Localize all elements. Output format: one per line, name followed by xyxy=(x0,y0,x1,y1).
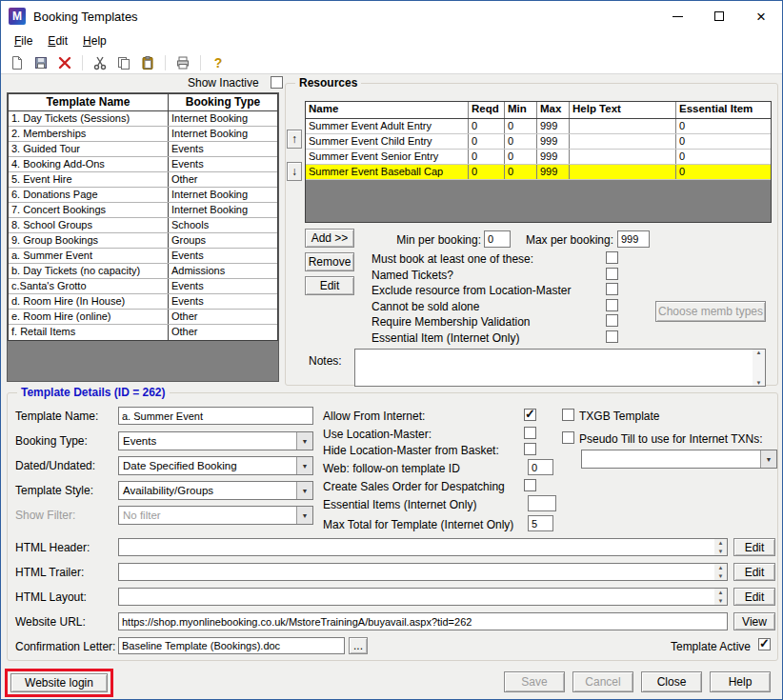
confirmation-letter-input[interactable] xyxy=(118,637,345,654)
scroll-up-icon[interactable]: ▲ xyxy=(753,350,765,355)
paste-button[interactable] xyxy=(137,52,158,72)
maximize-button[interactable] xyxy=(698,1,740,31)
pseudo-till-checkbox[interactable] xyxy=(562,431,574,444)
move-resource-down-button[interactable]: ↓ xyxy=(287,162,302,181)
use-location-master-checkbox[interactable] xyxy=(524,427,536,439)
resource-row[interactable]: Summer Event Child Entry009990 xyxy=(306,134,771,150)
menu-item-file[interactable]: File xyxy=(7,31,40,51)
template-row[interactable]: b. Day Tickets (no capacity)Admissions xyxy=(9,264,277,279)
template-row[interactable]: 7. Concert BookingsInternet Booking xyxy=(9,203,277,218)
template-row[interactable]: a. Summer EventEvents xyxy=(9,249,277,264)
template-row[interactable]: e. Room Hire (online)Other xyxy=(9,310,277,325)
resource-option-checkbox[interactable] xyxy=(606,268,618,280)
html-header-scrollbar[interactable]: ▲▼ xyxy=(714,539,727,555)
allow-from-internet-label: Allow From Internet: xyxy=(323,410,425,423)
print-button[interactable] xyxy=(172,52,193,72)
scroll-up-icon[interactable]: ▲ xyxy=(714,589,727,596)
resource-option-checkbox[interactable] xyxy=(606,283,618,295)
html-trailer-input[interactable] xyxy=(118,563,728,581)
create-sales-order-checkbox[interactable] xyxy=(524,479,536,491)
resources-table-header-cell[interactable]: Max xyxy=(537,102,570,118)
menu-item-edit[interactable]: Edit xyxy=(40,31,75,51)
cut-button[interactable] xyxy=(90,52,110,72)
html-trailer-edit-button[interactable]: Edit xyxy=(733,563,775,581)
minimize-button[interactable] xyxy=(656,1,698,31)
html-layout-input[interactable] xyxy=(118,588,728,606)
web-follow-on-input[interactable] xyxy=(528,459,553,475)
resource-option-checkbox[interactable] xyxy=(606,330,618,343)
resource-option-row: Named Tickets? xyxy=(371,268,623,283)
delete-button[interactable] xyxy=(54,52,75,72)
resource-option-checkbox[interactable] xyxy=(606,314,618,327)
notes-input[interactable]: ▲▼ xyxy=(354,349,766,387)
max-per-booking-input[interactable] xyxy=(617,230,650,248)
help-button-toolbar[interactable]: ? xyxy=(208,52,229,72)
template-name-input[interactable] xyxy=(118,407,313,425)
close-dialog-button[interactable]: Close xyxy=(641,671,702,692)
remove-resource-button[interactable]: Remove xyxy=(305,252,354,271)
txgb-template-checkbox[interactable] xyxy=(562,409,574,421)
max-total-input[interactable] xyxy=(528,515,553,531)
menu-item-help[interactable]: Help xyxy=(75,31,114,51)
scroll-down-icon[interactable]: ▼ xyxy=(753,380,765,386)
html-header-edit-button[interactable]: Edit xyxy=(733,538,775,556)
template-row[interactable]: 8. School GroupsSchools xyxy=(9,218,277,233)
copy-button[interactable] xyxy=(113,52,134,72)
template-row[interactable]: 1. Day Tickets (Sessions)Internet Bookin… xyxy=(9,111,277,127)
website-url-input[interactable] xyxy=(118,612,728,630)
help-button[interactable]: Help xyxy=(710,671,771,692)
resource-row[interactable]: Summer Event Adult Entry009990 xyxy=(306,119,771,134)
scroll-up-icon[interactable]: ▲ xyxy=(714,539,727,547)
website-url-view-button[interactable]: View xyxy=(733,612,775,630)
template-row[interactable]: f. Retail ItemsOther xyxy=(9,325,277,340)
template-style-select[interactable]: Availability/Groups ▼ xyxy=(118,481,313,500)
new-document-button[interactable] xyxy=(7,52,28,72)
template-row[interactable]: 2. MembershipsInternet Booking xyxy=(9,127,277,142)
allow-from-internet-checkbox[interactable] xyxy=(524,409,536,421)
template-row[interactable]: d. Room Hire (In House)Events xyxy=(9,294,277,310)
template-row[interactable]: c.Santa's GrottoEvents xyxy=(9,279,277,294)
essential-items-input[interactable] xyxy=(528,495,556,511)
resource-row[interactable]: Summer Event Senior Entry009990 xyxy=(306,150,771,165)
booking-type-cell: Admissions xyxy=(169,264,277,278)
template-row[interactable]: 5. Event HireOther xyxy=(9,172,277,188)
scroll-up-icon[interactable]: ▲ xyxy=(714,564,727,571)
add-resource-button[interactable]: Add >> xyxy=(305,229,354,248)
move-resource-up-button[interactable]: ↑ xyxy=(287,130,302,149)
scroll-down-icon[interactable]: ▼ xyxy=(714,572,727,580)
scroll-down-icon[interactable]: ▼ xyxy=(714,597,727,605)
template-table-header-cell[interactable]: Template Name xyxy=(9,94,169,110)
html-layout-scrollbar[interactable]: ▲▼ xyxy=(714,589,727,605)
template-active-checkbox[interactable] xyxy=(758,638,771,650)
template-row[interactable]: 6. Donations PageInternet Booking xyxy=(9,188,277,203)
booking-type-select[interactable]: Events ▼ xyxy=(118,431,313,450)
confirmation-letter-browse-button[interactable]: ... xyxy=(349,637,368,654)
resources-table-header-cell[interactable]: Help Text xyxy=(570,102,676,118)
scroll-down-icon[interactable]: ▼ xyxy=(714,548,727,555)
html-trailer-scrollbar[interactable]: ▲▼ xyxy=(714,564,727,580)
resources-table-header-cell[interactable]: Name xyxy=(306,102,469,118)
resources-table-header-cell[interactable]: Essential Item xyxy=(676,102,771,118)
hide-location-master-checkbox[interactable] xyxy=(524,443,536,455)
min-per-booking-input[interactable] xyxy=(484,230,511,248)
website-login-button[interactable]: Website login xyxy=(10,673,108,692)
pseudo-till-select[interactable]: ▼ xyxy=(581,450,777,469)
template-row[interactable]: 3. Guided TourEvents xyxy=(9,142,277,157)
close-button[interactable]: × xyxy=(740,1,782,31)
html-header-input[interactable] xyxy=(118,538,728,556)
dated-undated-select[interactable]: Date Specified Booking ▼ xyxy=(118,456,313,475)
edit-resource-button[interactable]: Edit xyxy=(305,276,354,295)
resource-row[interactable]: Summer Event Baseball Cap009990 xyxy=(306,165,771,180)
template-row[interactable]: 9. Group BookingsGroups xyxy=(9,233,277,249)
resource-option-checkbox[interactable] xyxy=(606,251,618,264)
resources-table-header-cell[interactable]: Min xyxy=(505,102,537,118)
html-layout-edit-button[interactable]: Edit xyxy=(733,588,775,606)
notes-scrollbar[interactable]: ▲▼ xyxy=(753,350,765,386)
resources-table-header-cell[interactable]: Reqd xyxy=(469,102,505,118)
save-button-toolbar[interactable] xyxy=(30,52,51,72)
template-table-header-cell[interactable]: Booking Type xyxy=(169,94,277,110)
template-row[interactable]: 4. Booking Add-OnsEvents xyxy=(9,157,277,172)
resource-option-checkbox[interactable] xyxy=(606,299,618,311)
show-inactive-checkbox[interactable] xyxy=(271,76,283,89)
create-sales-order-label: Create Sales Order for Despatching xyxy=(323,480,505,493)
